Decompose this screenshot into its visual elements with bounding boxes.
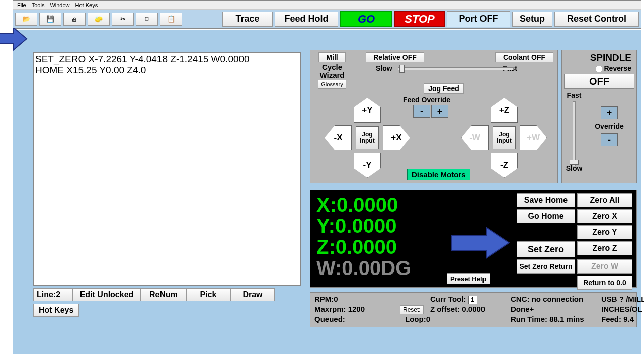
feed-override-plus[interactable]: + <box>431 105 448 118</box>
editor-line-2: HOME X15.25 Y0.00 Z4.0 <box>35 65 299 76</box>
stop-button[interactable]: STOP <box>394 11 445 27</box>
paste-icon[interactable]: 📋 <box>160 13 182 26</box>
erase-icon[interactable]: 🧽 <box>88 13 110 26</box>
copy-icon[interactable]: ⧉ <box>136 13 158 26</box>
menu-hotkeys[interactable]: Hot Keys <box>74 2 100 8</box>
status-runtime: Run Time: 88.1 mins <box>511 315 601 323</box>
save-home-button[interactable]: Save Home <box>517 193 575 207</box>
spindle-speed-slider[interactable] <box>573 101 576 166</box>
jog-panel: Mill Cycle Wizard Glossary Relative OFF … <box>310 50 558 183</box>
zero-all-button[interactable]: Zero All <box>577 193 632 207</box>
status-cnc: CNC: no connection <box>511 295 601 304</box>
setup-button[interactable]: Setup <box>512 12 552 27</box>
spindle-panel: SPINDLE Reverse OFF Fast Slow + <box>561 50 637 183</box>
zero-x-button[interactable]: Zero X <box>577 209 632 223</box>
glossary-button[interactable]: Glossary <box>318 80 346 89</box>
editor-panel: SET_ZERO X-7.2261 Y-4.0418 Z-1.2415 W0.0… <box>33 52 301 318</box>
save-icon[interactable]: 💾 <box>39 13 61 26</box>
status-feed: Feed: 9.4 <box>601 315 644 323</box>
go-home-button[interactable]: Go Home <box>517 209 575 223</box>
feed-override-label: Feed Override <box>403 96 450 104</box>
jog-feed-button[interactable]: Jog Feed <box>424 83 464 94</box>
reverse-checkbox[interactable] <box>596 66 602 72</box>
reset-button[interactable]: Reset: <box>400 305 424 314</box>
dro-panel: X:0.0000 Y:0.0000 Z:0.0000 W:0.00DG Save… <box>310 190 637 288</box>
menu-window[interactable]: Window <box>48 2 71 8</box>
jog-input-xy[interactable]: Jog Input <box>356 126 379 149</box>
spindle-fast-label: Fast <box>564 91 584 99</box>
preset-help-button[interactable]: Preset Help <box>447 273 490 284</box>
menu-file[interactable]: File <box>16 2 28 8</box>
editor-line-1: SET_ZERO X-7.2261 Y-4.0418 Z-1.2415 W0.0… <box>35 54 299 65</box>
open-icon[interactable]: 📂 <box>15 13 37 26</box>
zero-z-button[interactable]: Zero Z <box>577 241 632 255</box>
edit-unlocked-button[interactable]: Edit Unlocked <box>72 288 141 301</box>
menu-tools[interactable]: Tools <box>30 2 46 8</box>
svg-marker-0 <box>451 228 509 258</box>
set-zero-return-button[interactable]: Set Zero Return <box>517 259 575 274</box>
jog-plus-w[interactable]: +W <box>520 125 547 150</box>
go-button[interactable]: GO <box>340 11 392 27</box>
status-panel: RPM:0 Curr Tool: 1 CNC: no connection US… <box>310 292 637 327</box>
menubar: File Tools Window Hot Keys <box>13 1 641 10</box>
line-indicator[interactable]: Line:2 <box>33 288 72 301</box>
set-zero-button[interactable]: Set Zero <box>517 241 575 257</box>
port-button[interactable]: Port OFF <box>447 11 510 27</box>
curr-tool-label: Curr Tool: <box>430 295 466 303</box>
spindle-override-plus[interactable]: + <box>601 106 618 119</box>
reset-control-button[interactable]: Reset Control <box>554 12 639 27</box>
speed-slider[interactable] <box>398 67 514 70</box>
jog-input-zw[interactable]: Jog Input <box>493 126 516 149</box>
hotkeys-button[interactable]: Hot Keys <box>33 304 79 317</box>
trace-button[interactable]: Trace <box>222 12 273 27</box>
spindle-override-label: Override <box>584 122 634 130</box>
cycle-wizard-label: Cycle Wizard <box>314 63 350 79</box>
pick-button[interactable]: Pick <box>186 288 230 301</box>
toolbar: 📂 💾 🖨 🧽 ✂ ⧉ 📋 Trace Feed Hold GO STOP Po… <box>13 10 641 29</box>
curr-tool-input[interactable]: 1 <box>468 296 477 304</box>
jog-plus-z[interactable]: +Z <box>491 98 518 123</box>
slow-label: Slow <box>376 64 392 72</box>
draw-button[interactable]: Draw <box>230 288 275 301</box>
mill-button[interactable]: Mill <box>318 52 346 62</box>
spindle-slow-label: Slow <box>564 164 584 172</box>
status-rpm: RPM:0 <box>314 295 400 304</box>
jog-minus-x[interactable]: -X <box>325 125 352 150</box>
zero-w-button[interactable]: Zero W <box>577 259 632 274</box>
jog-minus-w[interactable]: -W <box>461 125 489 150</box>
zero-y-button[interactable]: Zero Y <box>577 225 632 239</box>
spindle-title: SPINDLE <box>564 52 634 63</box>
status-loop: Loop:0 <box>405 315 511 323</box>
reverse-label: Reverse <box>604 64 632 72</box>
status-done: Done+ <box>511 305 601 314</box>
status-usb: USB ? /MILL <box>601 295 644 304</box>
status-maxrpm: Maxrpm: 1200 <box>314 305 400 314</box>
jog-plus-x[interactable]: +X <box>383 125 410 150</box>
spindle-override-minus[interactable]: - <box>601 133 618 146</box>
coolant-off-button[interactable]: Coolant OFF <box>495 52 553 62</box>
status-z-offset: Z offset: 0.0000 <box>430 305 511 314</box>
jog-minus-z[interactable]: -Z <box>491 153 518 178</box>
jog-plus-y[interactable]: +Y <box>354 98 381 123</box>
renum-button[interactable]: ReNum <box>141 288 186 301</box>
print-icon[interactable]: 🖨 <box>63 13 86 26</box>
svg-marker-1 <box>0 28 27 50</box>
arrow-right-icon <box>451 225 512 260</box>
jog-minus-y[interactable]: -Y <box>354 153 381 178</box>
spindle-off-button[interactable]: OFF <box>564 74 634 89</box>
relative-off-button[interactable]: Relative OFF <box>366 52 424 62</box>
feed-hold-button[interactable]: Feed Hold <box>275 12 338 27</box>
arrow-pointer-icon <box>0 28 28 55</box>
disable-motors-button[interactable]: Disable Motors <box>407 169 470 180</box>
feed-override-minus[interactable]: - <box>413 105 430 118</box>
gcode-editor[interactable]: SET_ZERO X-7.2261 Y-4.0418 Z-1.2415 W0.0… <box>33 52 301 286</box>
status-queued: Queued: <box>314 315 400 323</box>
cut-icon[interactable]: ✂ <box>112 13 134 26</box>
return-to-00-button[interactable]: Return to 0.0 <box>577 276 632 290</box>
status-units: INCHES/OL <box>601 305 644 314</box>
